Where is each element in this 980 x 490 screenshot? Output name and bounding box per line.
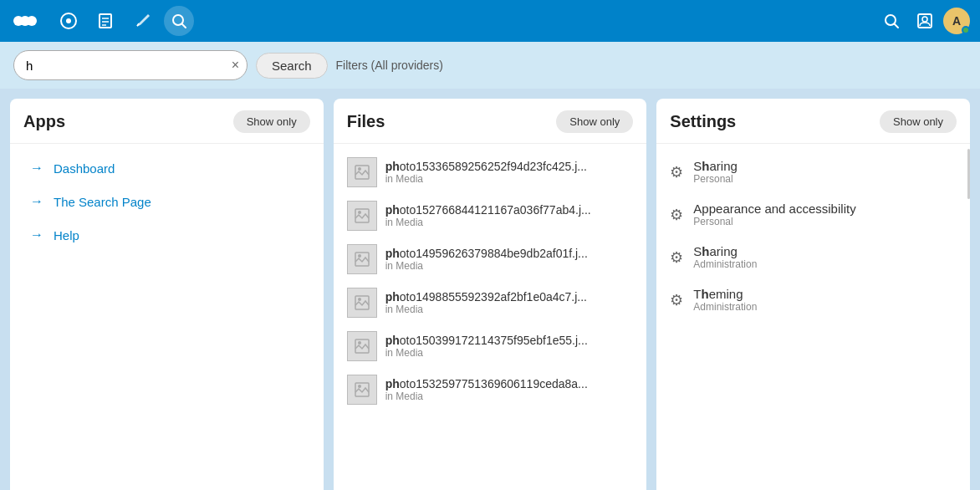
file-info: photo152766844121167a036f77ab4.j... in M…: [385, 203, 634, 228]
list-item[interactable]: ⚙ Appearance and accessibility Personal: [656, 193, 970, 236]
svg-point-20: [358, 211, 361, 214]
file-name: photo153259775136960​6119ceda8a...: [385, 377, 634, 390]
search-topbar-icon[interactable]: [876, 6, 906, 36]
file-name: photo150399172114375f95ebf1e55.j...: [385, 334, 634, 347]
settings-show-only-button[interactable]: Show only: [880, 110, 957, 133]
setting-info: Appearance and accessibility Personal: [693, 202, 855, 227]
setting-info: Sharing Personal: [693, 159, 738, 185]
search-area: × Search Filters (All providers): [0, 42, 980, 89]
list-item[interactable]: → Dashboard: [17, 152, 317, 184]
list-item[interactable]: photo1498855592392af2bf1e0a4c7.j... in M…: [334, 281, 647, 324]
apps-column-header: Apps Show only: [10, 99, 324, 144]
file-location: in Media: [385, 347, 634, 359]
settings-column-header: Settings Show only: [656, 99, 970, 144]
user-avatar[interactable]: A: [943, 8, 970, 34]
file-location: in Media: [385, 260, 634, 272]
file-name: photo14959626379884be9db2af01f.j...: [385, 247, 634, 260]
apps-show-only-button[interactable]: Show only: [233, 110, 310, 133]
topbar: A: [0, 0, 980, 42]
file-location: in Media: [385, 173, 634, 185]
list-item[interactable]: → Help: [17, 219, 317, 251]
arrow-icon: →: [30, 161, 43, 176]
file-thumbnail: [347, 288, 377, 318]
setting-name: Sharing: [693, 244, 757, 258]
list-item[interactable]: ⚙ Sharing Administration: [656, 236, 970, 278]
file-info: photo150399172114375f95ebf1e55.j... in M…: [385, 334, 634, 359]
svg-point-22: [358, 254, 361, 258]
svg-line-14: [895, 24, 899, 28]
apps-column-title: Apps: [23, 112, 65, 131]
file-thumbnail: [347, 244, 377, 274]
setting-category: Administration: [693, 301, 757, 313]
settings-column: Settings Show only ⚙ Sharing Personal ⚙ …: [656, 99, 970, 490]
app-item-label: The Search Page: [54, 195, 151, 209]
list-item[interactable]: ⚙ Theming Administration: [656, 278, 970, 321]
file-name: photo152766844121167a036f77ab4.j...: [385, 203, 634, 217]
setting-name: Theming: [693, 287, 757, 301]
svg-line-12: [182, 24, 186, 28]
search-button[interactable]: Search: [256, 53, 328, 79]
list-item[interactable]: → The Search Page: [17, 186, 317, 217]
setting-name: Appearance and accessibility: [693, 202, 855, 216]
main-content: Apps Show only → Dashboard → The Search …: [0, 89, 980, 490]
gear-icon: ⚙: [670, 248, 683, 267]
settings-column-body: ⚙ Sharing Personal ⚙ Appearance and acce…: [656, 144, 970, 490]
scroll-indicator: [967, 149, 970, 199]
file-name: photo15336589256252f94d23fc425.j...: [385, 160, 634, 173]
file-thumbnail: [347, 157, 377, 187]
nav-icon-home[interactable]: [54, 6, 84, 36]
file-thumbnail: [347, 201, 377, 231]
file-info: photo14959626379884be9db2af01f.j... in M…: [385, 247, 634, 272]
highlight: Das: [54, 161, 76, 176]
svg-point-5: [66, 18, 71, 23]
nav-icon-files[interactable]: [90, 6, 120, 36]
app-item-label: Dashboard: [54, 161, 115, 176]
files-column: Files Show only photo15336589256252f94d2…: [334, 99, 647, 490]
gear-icon: ⚙: [670, 163, 683, 181]
svg-point-16: [922, 17, 927, 22]
app-logo[interactable]: [10, 6, 40, 36]
file-info: photo1498855592392af2bf1e0a4c7.j... in M…: [385, 290, 634, 315]
setting-info: Sharing Administration: [693, 244, 757, 270]
app-item-label: Help: [54, 228, 79, 242]
search-input-wrap: ×: [13, 50, 248, 80]
nav-icon-notes[interactable]: [127, 6, 157, 36]
file-thumbnail: [347, 331, 377, 361]
file-thumbnail: [347, 375, 377, 405]
list-item[interactable]: photo15336589256252f94d23fc425.j... in M…: [334, 151, 647, 194]
svg-point-26: [358, 341, 361, 345]
topbar-right: A: [876, 6, 970, 36]
svg-point-24: [358, 298, 361, 301]
files-column-header: Files Show only: [334, 99, 647, 144]
list-item[interactable]: photo153259775136960​6119ceda8a... in Me…: [334, 368, 647, 411]
list-item[interactable]: photo150399172114375f95ebf1e55.j... in M…: [334, 324, 647, 368]
filters-label[interactable]: Filters (All providers): [336, 59, 443, 72]
files-column-body: photo15336589256252f94d23fc425.j... in M…: [334, 144, 647, 490]
search-clear-button[interactable]: ×: [232, 59, 239, 72]
file-location: in Media: [385, 390, 634, 402]
svg-point-11: [173, 15, 183, 25]
files-show-only-button[interactable]: Show only: [556, 110, 633, 133]
setting-category: Personal: [693, 173, 738, 185]
apps-column-body: → Dashboard → The Search Page → Help: [10, 144, 324, 490]
apps-column: Apps Show only → Dashboard → The Search …: [10, 99, 324, 490]
arrow-icon: →: [30, 194, 43, 209]
list-item[interactable]: ⚙ Sharing Personal: [656, 151, 970, 193]
files-column-title: Files: [347, 112, 385, 131]
svg-point-3: [20, 16, 30, 26]
settings-column-title: Settings: [670, 112, 736, 131]
contacts-topbar-icon[interactable]: [910, 6, 940, 36]
file-location: in Media: [385, 304, 634, 315]
search-input[interactable]: [13, 50, 248, 80]
setting-category: Personal: [693, 216, 855, 227]
setting-name: Sharing: [693, 159, 738, 173]
file-info: photo15336589256252f94d23fc425.j... in M…: [385, 160, 634, 185]
file-location: in Media: [385, 217, 634, 228]
file-info: photo153259775136960​6119ceda8a... in Me…: [385, 377, 634, 402]
online-indicator: [962, 26, 970, 34]
setting-category: Administration: [693, 258, 757, 270]
list-item[interactable]: photo152766844121167a036f77ab4.j... in M…: [334, 194, 647, 237]
arrow-icon: →: [30, 227, 43, 242]
nav-icon-search[interactable]: [164, 6, 194, 36]
list-item[interactable]: photo14959626379884be9db2af01f.j... in M…: [334, 237, 647, 281]
